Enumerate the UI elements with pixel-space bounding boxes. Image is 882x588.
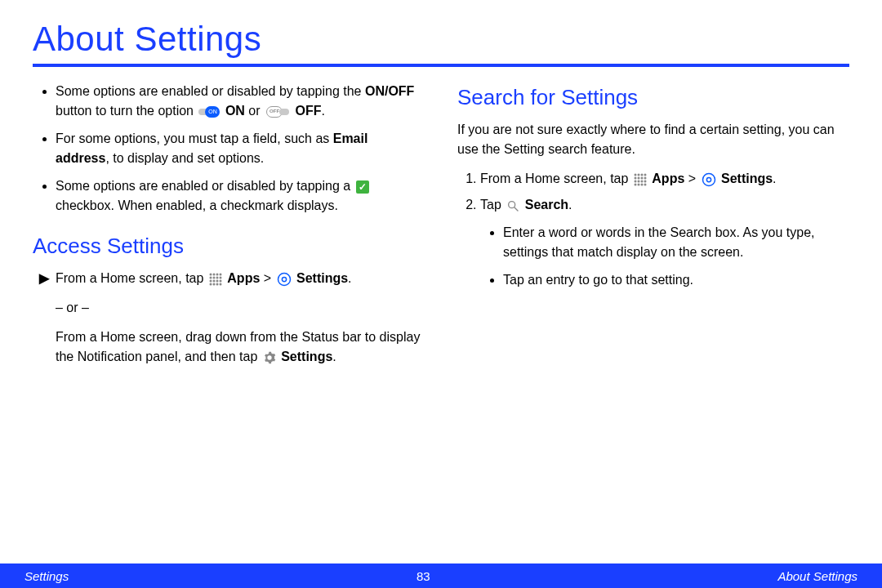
svg-point-28 [640,180,643,182]
text: or [245,104,264,118]
bullet-item: Some options are enabled or disabled by … [56,82,425,121]
bold-text: Apps [227,271,260,285]
svg-point-31 [637,183,639,185]
svg-point-32 [640,183,643,185]
text: For some options, you must tap a field, … [56,131,333,145]
svg-point-27 [637,180,639,182]
or-line: – or – [56,298,425,318]
bold-text: Settings [296,271,348,285]
bullet-item: Tap an entry to go to that setting. [503,270,849,290]
document-page: About Settings Some options are enabled … [0,0,882,588]
search-settings-heading: Search for Settings [457,82,849,114]
svg-point-2 [216,273,218,275]
text: Some options are enabled or disabled by … [56,179,354,193]
text: Some options are enabled or disabled by … [56,84,365,98]
toggle-on-icon: ON [198,106,220,118]
step-body: From a Home screen, tap Apps > Settings.… [56,269,425,367]
bold-text: OFF [296,104,322,118]
bold-text: Apps [652,172,684,185]
search-icon [506,199,519,212]
svg-point-30 [634,183,636,185]
access-settings-heading: Access Settings [33,230,425,262]
text: > [684,172,699,185]
svg-point-23 [637,176,639,179]
bullet-item: Enter a word or words in the Search box.… [503,223,849,262]
svg-point-33 [644,183,646,185]
alt-step-line: From a Home screen, drag down from the S… [56,327,425,367]
bullet-item: For some options, you must tap a field, … [56,129,425,168]
step-item: From a Home screen, tap Apps > Settings. [480,169,849,189]
footer-section-right: About Settings [777,569,858,583]
bold-text: Search [525,198,568,212]
svg-point-26 [634,180,636,182]
right-column: Search for Settings If you are not sure … [457,82,849,373]
svg-point-6 [216,276,218,278]
settings-gear-outline-icon [702,172,716,187]
text: Tap [480,198,505,212]
text: From a Home screen, tap [56,271,207,285]
footer-page-number: 83 [416,569,430,583]
toggle-off-icon: OFF [265,106,290,118]
svg-point-16 [278,273,290,285]
svg-point-18 [634,173,636,176]
bold-text: ON [225,104,245,118]
svg-point-22 [634,176,636,179]
left-column: Some options are enabled or disabled by … [33,82,425,373]
svg-point-12 [209,283,212,285]
svg-point-11 [219,279,221,282]
svg-point-15 [219,283,221,285]
page-title: About Settings [33,20,849,67]
text: . [332,350,336,363]
apps-grid-icon [634,173,647,186]
svg-point-34 [702,173,715,185]
checkbox-checked-icon: ✓ [356,180,369,194]
svg-point-10 [216,279,218,282]
svg-point-17 [282,277,286,281]
apps-grid-icon [209,273,222,286]
step-item: Tap Search. Enter a word or words in the… [480,195,849,290]
svg-point-4 [209,276,212,278]
svg-point-29 [644,180,646,182]
settings-gear-outline-icon [277,272,292,287]
text: button to turn the option [56,104,197,118]
play-arrow-icon: ▶ [33,269,49,367]
text: checkbox. When enabled, a checkmark disp… [56,198,338,212]
bullet-item: Some options are enabled or disabled by … [56,176,425,216]
text: . [322,104,325,118]
svg-point-14 [216,283,218,285]
text: . [348,271,351,285]
svg-point-24 [640,176,643,179]
bold-text: Settings [721,172,773,185]
bold-text: ON/OFF [365,84,414,98]
svg-point-13 [212,283,215,285]
svg-point-36 [509,201,515,207]
step-block: ▶ From a Home screen, tap Apps > Setting… [33,269,425,367]
bold-text: Settings [281,350,332,363]
svg-point-0 [209,273,212,275]
page-footer: Settings 83 About Settings [0,564,882,588]
svg-point-7 [219,276,221,278]
svg-point-19 [637,173,639,176]
sub-bullet-list: Enter a word or words in the Search box.… [480,223,849,290]
svg-point-3 [219,273,221,275]
text: From a Home screen, drag down from the S… [56,330,420,363]
text: From a Home screen, tap [480,172,632,185]
steps-list: From a Home screen, tap Apps > Settings.… [457,169,849,290]
svg-point-20 [640,173,643,176]
text: . [773,172,776,185]
svg-point-35 [706,177,710,181]
text: . [568,198,572,212]
two-column-layout: Some options are enabled or disabled by … [33,82,849,373]
svg-point-5 [212,276,215,278]
svg-point-8 [209,279,212,282]
footer-section-left: Settings [24,569,69,583]
options-bullet-list: Some options are enabled or disabled by … [33,82,425,216]
settings-gear-solid-icon [263,351,276,364]
svg-point-1 [212,273,215,275]
text: > [260,271,274,285]
intro-text: If you are not sure exactly where to fin… [457,120,849,159]
svg-point-25 [644,176,646,179]
svg-line-37 [514,207,518,211]
svg-point-21 [644,173,646,176]
svg-point-9 [212,279,215,282]
